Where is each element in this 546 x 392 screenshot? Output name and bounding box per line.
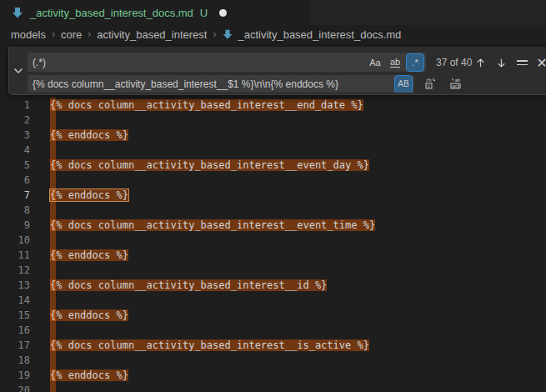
editor-line-16[interactable]: 16 [0,323,546,338]
editor-line-4[interactable]: 4 [0,143,546,158]
line-number: 4 [0,143,30,158]
toggle-replace-button[interactable] [9,47,27,94]
unsaved-dot-icon[interactable] [219,9,227,17]
find-in-selection-button[interactable] [513,53,531,72]
breadcrumb-file-label: _activity_based_interest_docs.md [238,28,401,41]
line-number: 15 [0,308,30,323]
tab-filename: _activity_based_interest_docs.md [30,7,193,19]
line-number: 10 [0,233,30,248]
find-match: {% docs column__activity_based_interest_… [50,99,363,111]
line-number: 2 [0,113,30,128]
editor-line-3[interactable]: 3{% enddocs %} [0,128,546,143]
whole-word-toggle[interactable]: ab [387,54,403,71]
arrow-down-icon [496,58,507,68]
line-number: 18 [0,353,30,368]
svg-text:c: c [428,83,430,88]
line-number: 8 [0,203,30,218]
replace-all-button[interactable]: ab ac [446,74,464,93]
line-text: {% enddocs %} [50,248,128,263]
close-icon: ✕ [536,55,546,71]
match-case-toggle[interactable]: Aa [367,54,383,71]
editor-line-6[interactable]: 6 [0,173,546,188]
whole-word-label: ab [390,58,400,68]
previous-match-button[interactable] [471,53,489,72]
editor-line-15[interactable]: 15{% enddocs %} [0,308,546,323]
editor-line-8[interactable]: 8 [0,203,546,218]
svg-text:ac: ac [452,83,457,88]
line-text: {% docs column__activity_based_interest_… [50,218,375,233]
line-text: {% docs column__activity_based_interest_… [50,98,363,113]
editor-line-14[interactable]: 14 [0,293,546,308]
line-number: 9 [0,218,30,233]
find-replace-widget: (.*) Aa ab .* 37 of 40 [8,47,546,95]
chevron-down-icon [13,68,23,74]
line-text: {% docs column__activity_based_interest_… [50,278,327,293]
breadcrumb-item-activity_based_interest[interactable]: activity_based_interest [97,28,207,41]
find-input[interactable]: (.*) Aa ab .* [28,53,426,72]
preserve-case-label: AB [398,79,408,88]
editor-line-17[interactable]: 17{% docs column__activity_based_interes… [0,338,546,353]
git-status-badge: U [200,7,208,19]
editor-line-13[interactable]: 13{% docs column__activity_based_interes… [0,278,546,293]
line-text: {% enddocs %} [50,308,128,323]
markdown-file-icon [11,6,24,19]
line-number: 3 [0,128,30,143]
line-number: 12 [0,263,30,278]
find-match: {% docs column__activity_based_interest_… [50,219,375,231]
tab-bar: _activity_based_interest_docs.md U [0,0,546,25]
editor-line-9[interactable]: 9{% docs column__activity_based_interest… [0,218,546,233]
editor-pane[interactable]: 1{% docs column__activity_based_interest… [0,43,546,392]
line-number: 11 [0,248,30,263]
line-text: {% docs column__activity_based_interest_… [50,158,369,173]
line-number: 13 [0,278,30,293]
editor-line-7[interactable]: 7{% enddocs %} [0,188,546,203]
replace-input[interactable]: {% docs column__activity_based_interest_… [28,75,414,93]
next-match-button[interactable] [492,53,510,72]
breadcrumb-item-file[interactable]: _activity_based_interest_docs.md [222,28,401,41]
editor-line-1[interactable]: 1{% docs column__activity_based_interest… [0,98,546,113]
line-number: 19 [0,368,30,383]
replace-button[interactable]: ƒb c [421,74,439,93]
line-text: {% enddocs %} [50,188,128,203]
editor-line-18[interactable]: 18 [0,353,546,368]
selection-icon [517,60,528,64]
breadcrumb-separator: › [52,28,55,40]
line-number: 1 [0,98,30,113]
breadcrumb-separator: › [213,28,216,40]
find-input-value: (.*) [33,57,46,68]
editor-line-12[interactable]: 12 [0,263,546,278]
code-area: 1{% docs column__activity_based_interest… [0,98,546,392]
regex-label: .* [412,58,418,68]
results-count: 37 of 40 [436,53,472,72]
find-match: {% enddocs %} [50,249,128,261]
markdown-file-icon [222,28,233,40]
regex-toggle[interactable]: .* [407,54,423,71]
editor-line-5[interactable]: 5{% docs column__activity_based_interest… [0,158,546,173]
preserve-case-toggle[interactable]: AB [395,76,412,93]
line-number: 7 [0,188,30,203]
editor-line-19[interactable]: 19{% enddocs %} [0,368,546,383]
editor-line-11[interactable]: 11{% enddocs %} [0,248,546,263]
tab-activity-based-interest-docs[interactable]: _activity_based_interest_docs.md U [0,0,310,25]
breadcrumb-separator: › [88,28,91,40]
editor-line-10[interactable]: 10 [0,233,546,248]
close-find-widget-button[interactable]: ✕ [533,53,546,72]
line-text: {% docs column__activity_based_interest_… [50,338,369,353]
vscode-window: _activity_based_interest_docs.md U model… [0,0,546,392]
line-text: {% enddocs %} [50,368,128,383]
svg-text:ab: ab [455,78,460,83]
replace-input-value: {% docs column__activity_based_interest_… [33,78,338,90]
replace-all-icon: ab ac [448,77,463,91]
find-match: {% enddocs %} [50,309,128,321]
editor-line-20[interactable]: 20 [0,383,546,392]
line-number: 16 [0,323,30,338]
arrow-up-icon [475,58,486,68]
breadcrumb-item-core[interactable]: core [61,28,82,41]
line-number: 14 [0,293,30,308]
breadcrumb: models›core›activity_based_interest›_act… [0,25,546,43]
breadcrumb-item-models[interactable]: models [11,28,46,41]
editor-line-2[interactable]: 2 [0,113,546,128]
line-number: 5 [0,158,30,173]
line-number: 20 [0,383,30,392]
svg-text:ƒb: ƒb [426,78,432,83]
